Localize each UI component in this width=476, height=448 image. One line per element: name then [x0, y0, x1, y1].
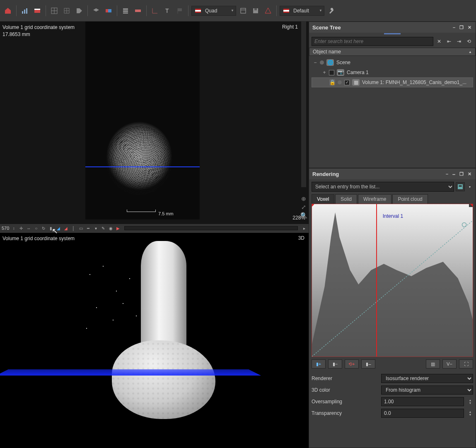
mesh-icon[interactable] — [61, 5, 72, 16]
scene-search-input[interactable] — [312, 37, 433, 46]
tab-solid[interactable]: Solid — [335, 194, 357, 204]
save-preset-button[interactable] — [456, 182, 465, 191]
hist-range-icon[interactable]: ▥ — [426, 359, 440, 369]
tool-crosshair-icon[interactable]: ✛ — [18, 225, 24, 231]
visibility-checkbox[interactable]: ✓ — [344, 80, 350, 85]
oversampling-input[interactable]: 1.00 — [381, 397, 464, 406]
ruler-icon[interactable] — [133, 5, 143, 16]
svg-point-26 — [462, 223, 466, 227]
zoom-level: 228% — [292, 215, 305, 221]
axis-icon[interactable] — [150, 5, 160, 16]
tool-move-icon[interactable]: ↔ — [26, 225, 31, 231]
tool-arrow-icon[interactable]: ↕ — [11, 225, 17, 231]
tool-box-icon[interactable]: ▭ — [78, 225, 84, 231]
save-layout-icon[interactable] — [250, 5, 261, 16]
tool-dropdown-icon[interactable]: ▾ — [93, 225, 99, 231]
blend-icon[interactable] — [103, 5, 114, 16]
save-preset-dropdown[interactable]: ▾ — [466, 185, 473, 189]
scene-tree-title: Scene Tree — [312, 24, 341, 31]
tab-pointcloud[interactable]: Point cloud — [392, 194, 428, 204]
refresh-tree-icon[interactable]: ⟲ — [465, 37, 473, 46]
panel-close-icon[interactable]: ✕ — [467, 25, 472, 30]
grid-icon[interactable] — [49, 5, 60, 16]
panel-minimize-icon[interactable]: – — [445, 171, 449, 177]
globe-icon: 🌐 — [326, 59, 334, 66]
tool-redo-icon[interactable]: ↻ — [41, 225, 46, 231]
panel-dash-icon[interactable]: ‒ — [452, 171, 456, 177]
panel-restore-icon[interactable]: ❐ — [459, 25, 464, 30]
tab-wireframe[interactable]: Wireframe — [358, 194, 391, 204]
flag-icon[interactable] — [174, 5, 185, 16]
visibility-checkbox[interactable] — [329, 70, 334, 75]
interval-marker[interactable] — [376, 204, 377, 356]
3d-viewport[interactable]: Volume 1 grid coordinate system 3D — [0, 233, 309, 448]
slice-viewport[interactable]: Volume 1 grid coordinate system 17.8653 … — [0, 22, 309, 233]
tool-line-icon[interactable]: │ — [70, 225, 76, 231]
slider-next-icon[interactable]: ▸ — [301, 225, 307, 231]
slice-slider[interactable] — [124, 226, 298, 230]
slice-indicator-line[interactable] — [85, 166, 200, 167]
spin-up-icon[interactable]: ▲ — [467, 399, 473, 402]
hist-v-icon[interactable]: V− — [442, 359, 457, 369]
tag-icon[interactable] — [74, 5, 85, 16]
vertical-scrollbar[interactable] — [301, 22, 306, 187]
locate-icon[interactable]: ⊕ — [300, 195, 307, 202]
warning-icon[interactable] — [263, 5, 273, 16]
transparency-input[interactable]: 0.0 — [381, 409, 464, 418]
color-select[interactable]: From histogram — [381, 385, 473, 395]
tree-node-camera[interactable]: + 📷 Camera 1 — [312, 67, 473, 77]
tab-voxel[interactable]: Voxel — [312, 194, 334, 204]
svg-rect-13 — [123, 12, 128, 14]
panel-close-icon[interactable]: ✕ — [467, 171, 472, 177]
tool-play-icon[interactable]: ▶ — [115, 225, 121, 231]
chevron-down-icon: ▼ — [319, 9, 322, 12]
spin-down-icon[interactable]: ▼ — [467, 413, 473, 416]
svg-marker-24 — [265, 8, 271, 13]
preset-dropdown[interactable]: Default ▼ — [280, 6, 324, 16]
palette-icon[interactable] — [32, 5, 43, 16]
tool-dash-icon[interactable]: ━ — [85, 225, 91, 231]
search-clear-icon[interactable]: ✕ — [435, 37, 443, 46]
hist-minus-icon[interactable]: ▮‒ — [361, 359, 375, 369]
hist-remove-icon[interactable]: ▮− — [328, 359, 342, 369]
preset-label: Default — [293, 8, 309, 14]
panel-minimize-icon[interactable]: – — [452, 25, 456, 30]
panel-drag-handle[interactable] — [309, 33, 476, 35]
histogram[interactable]: Interval 1 — [312, 204, 473, 357]
tool-eye-icon[interactable]: ◉ — [108, 225, 114, 231]
collapse-tree-icon[interactable]: ⇤ — [445, 37, 453, 46]
svg-rect-14 — [135, 10, 141, 12]
spin-down-icon[interactable]: ▼ — [467, 402, 473, 405]
tree-node-scene[interactable]: − 🌐 Scene — [312, 58, 473, 67]
stack-icon[interactable] — [120, 5, 131, 16]
tool-mask-icon[interactable]: ▮ — [48, 225, 54, 231]
bars-icon[interactable] — [19, 5, 30, 16]
visibility-dot-icon[interactable] — [320, 60, 324, 65]
window-icon[interactable] — [238, 5, 249, 16]
tool-circle-icon[interactable]: ○ — [33, 225, 39, 231]
visibility-dot-icon[interactable] — [338, 80, 342, 84]
hist-reset-icon[interactable]: ⟲+ — [345, 359, 359, 369]
tree-node-volume[interactable]: 🔒 ✓ ▦ Volume 1: FMNH_M_126805_Canis_demo… — [312, 77, 473, 87]
home-dropdown-icon[interactable] — [2, 5, 13, 16]
tool-tri-red-icon[interactable]: ◢ — [63, 225, 69, 231]
volume-icon: ▦ — [352, 79, 360, 86]
layers-icon[interactable] — [91, 5, 101, 16]
layout-dropdown[interactable]: Quad ▼ — [191, 6, 236, 16]
tool-pen-icon[interactable]: ✎ — [100, 225, 106, 231]
hist-fit-icon[interactable]: ⛶ — [459, 359, 473, 369]
spin-up-icon[interactable]: ▲ — [467, 410, 473, 413]
panel-restore-icon[interactable]: ❐ — [459, 171, 464, 177]
collapse-icon[interactable]: − — [313, 60, 317, 65]
wrench-icon[interactable] — [326, 5, 337, 16]
preset-select[interactable]: Select an entry from the list... — [312, 182, 454, 192]
expand-icon[interactable]: ⤢ — [300, 204, 307, 210]
renderer-select[interactable]: Isosurface renderer — [381, 374, 473, 383]
interval-label: Interval 1 — [383, 213, 403, 219]
expand-icon[interactable]: + — [322, 70, 326, 75]
expand-tree-icon[interactable]: ⇥ — [455, 37, 463, 46]
hist-add-icon[interactable]: ▮+ — [312, 359, 326, 369]
tree-header[interactable]: Object name ▲ — [309, 48, 476, 56]
text-icon[interactable]: T — [162, 5, 173, 16]
tool-tri-blue-icon[interactable]: ◢ — [56, 225, 61, 231]
